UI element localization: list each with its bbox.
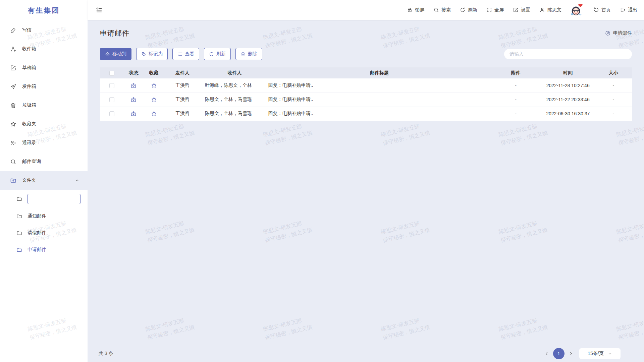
sidebar-item-label: 邮件查询 bbox=[22, 159, 41, 165]
mail-app: 陈思文-研发五部保守秘密，慎之又慎陈思文-研发五部保守秘密，慎之又慎陈思文-研发… bbox=[0, 0, 644, 362]
table-row[interactable]: 王洪哲 陈思文，全林，马雪瑶 回复：电脑补贴申请.. - 2022-11-22 … bbox=[100, 93, 632, 107]
search-label: 搜索 bbox=[441, 7, 451, 13]
table-row[interactable]: 王洪哲 陈思文，全林，马雪瑶 回复：电脑补贴申请.. - 2022-06-30 … bbox=[100, 107, 632, 121]
chevron-down-icon bbox=[608, 352, 612, 356]
home-button[interactable]: 首页 bbox=[593, 7, 611, 13]
search-button[interactable]: 搜索 bbox=[433, 7, 451, 13]
attachment-cell: - bbox=[490, 93, 541, 107]
star-icon[interactable] bbox=[151, 97, 157, 103]
folder-label: 请假邮件 bbox=[28, 230, 46, 236]
sidebar-item-favorites[interactable]: 收藏夹 bbox=[0, 115, 88, 133]
page-size-value: 15条/页 bbox=[588, 351, 603, 357]
refresh-label: 刷新 bbox=[468, 7, 477, 13]
tag-icon bbox=[141, 52, 146, 57]
delete-button[interactable]: 删除 bbox=[235, 48, 262, 60]
next-page-button[interactable] bbox=[569, 351, 573, 356]
page-head: 申请邮件 申请邮件 bbox=[100, 28, 632, 39]
user-icon bbox=[539, 7, 545, 13]
recipients-cell: 叶海峰，陈思文，全林 bbox=[201, 78, 268, 93]
new-folder-row bbox=[0, 190, 88, 208]
folder-item-apply[interactable]: 申请邮件 bbox=[0, 241, 88, 258]
star-icon[interactable] bbox=[151, 82, 157, 88]
button-label: 移动到 bbox=[112, 51, 126, 57]
settings-button[interactable]: 设置 bbox=[513, 7, 530, 13]
sidebar-item-compose[interactable]: 写信 bbox=[0, 21, 88, 40]
avatar[interactable] bbox=[569, 2, 584, 18]
back-home-icon bbox=[593, 7, 599, 13]
subject-cell: 回复：电脑补贴申请.. bbox=[268, 78, 491, 93]
folder-plus-icon bbox=[10, 177, 16, 184]
page-title: 申请邮件 bbox=[100, 28, 129, 38]
current-user[interactable]: 陈思文 bbox=[539, 7, 561, 13]
sidebar-item-inbox[interactable]: 收件箱 bbox=[0, 40, 88, 58]
folder-icon bbox=[16, 196, 22, 202]
button-label: 标记为 bbox=[149, 51, 163, 57]
sidebar-item-contacts[interactable]: 通讯录 bbox=[0, 133, 88, 152]
table-row[interactable]: 王洪哲 叶海峰，陈思文，全林 回复：电脑补贴申请.. - 2022-11-28 … bbox=[100, 78, 632, 93]
move-to-button[interactable]: 移动到 bbox=[100, 48, 131, 60]
logout-icon bbox=[620, 7, 626, 13]
size-cell: - bbox=[595, 78, 632, 93]
sidebar-item-trash[interactable]: 垃圾箱 bbox=[0, 96, 88, 115]
sidebar-item-label: 文件夹 bbox=[22, 177, 69, 183]
folder-icon bbox=[16, 247, 22, 253]
select-all-checkbox[interactable] bbox=[109, 71, 114, 76]
refresh-list-button[interactable]: 刷新 bbox=[204, 48, 231, 60]
table-header-row: 状态 收藏 发件人 收件人 邮件标题 附件 时间 大小 bbox=[100, 67, 632, 78]
col-sender: 发件人 bbox=[164, 67, 201, 78]
mail-read-icon bbox=[130, 111, 137, 117]
new-folder-input[interactable] bbox=[28, 194, 80, 204]
lock-screen-button[interactable]: 锁屏 bbox=[407, 7, 424, 13]
mail-read-icon bbox=[130, 82, 137, 88]
attachment-cell: - bbox=[490, 78, 541, 93]
fullscreen-label: 全屏 bbox=[494, 7, 504, 13]
total-count: 共 3 条 bbox=[99, 351, 113, 357]
button-label: 删除 bbox=[248, 51, 257, 57]
mark-as-button[interactable]: 标记为 bbox=[136, 48, 168, 60]
pagination: 1 bbox=[544, 348, 573, 359]
sidebar-item-label: 垃圾箱 bbox=[22, 102, 36, 108]
chevron-up-icon[interactable] bbox=[75, 178, 79, 183]
lock-icon bbox=[407, 7, 413, 13]
fullscreen-button[interactable]: 全屏 bbox=[486, 7, 504, 13]
prev-page-button[interactable] bbox=[544, 351, 549, 356]
row-checkbox[interactable] bbox=[109, 111, 114, 116]
col-subject: 邮件标题 bbox=[268, 67, 491, 78]
folder-label: 申请邮件 bbox=[28, 247, 46, 253]
folder-children: 通知邮件 请假邮件 申请邮件 bbox=[0, 190, 88, 258]
home-label: 首页 bbox=[601, 7, 611, 13]
search-icon bbox=[433, 7, 439, 13]
refresh-button[interactable]: 刷新 bbox=[460, 7, 477, 13]
star-icon[interactable] bbox=[151, 111, 157, 117]
mail-search-input[interactable] bbox=[504, 49, 632, 59]
toolbar-buttons: 移动到 标记为 查看 刷新 删除 bbox=[100, 48, 262, 60]
size-cell: - bbox=[595, 93, 632, 107]
inbox-icon bbox=[10, 46, 16, 52]
topbar: 锁屏 搜索 刷新 全屏 设置 陈思文 bbox=[88, 0, 644, 20]
col-size: 大小 bbox=[595, 67, 632, 78]
sidebar-nav: 写信 收件箱 草稿箱 发件箱 垃圾箱 收藏夹 bbox=[0, 21, 88, 258]
list-icon bbox=[177, 52, 182, 57]
move-icon bbox=[105, 52, 110, 57]
page-number[interactable]: 1 bbox=[553, 348, 565, 359]
sender-cell: 王洪哲 bbox=[164, 107, 201, 121]
refresh-icon bbox=[209, 52, 214, 57]
row-checkbox[interactable] bbox=[109, 83, 114, 88]
sidebar-item-sent[interactable]: 发件箱 bbox=[0, 77, 88, 96]
folder-item-notice[interactable]: 通知邮件 bbox=[0, 208, 88, 225]
sidebar-item-label: 收藏夹 bbox=[22, 121, 36, 127]
menu-fold-icon[interactable] bbox=[96, 7, 102, 13]
trash-icon bbox=[240, 52, 246, 57]
sidebar-item-folders[interactable]: 文件夹 bbox=[0, 171, 88, 190]
view-button[interactable]: 查看 bbox=[172, 48, 199, 60]
sidebar-item-drafts[interactable]: 草稿箱 bbox=[0, 58, 88, 77]
lock-label: 锁屏 bbox=[415, 7, 424, 13]
time-cell: 2022-11-22 20:33:46 bbox=[541, 93, 595, 107]
folder-label: 通知邮件 bbox=[28, 213, 46, 219]
sidebar-item-mail-search[interactable]: 邮件查询 bbox=[0, 152, 88, 171]
logout-button[interactable]: 退出 bbox=[620, 7, 637, 13]
row-checkbox[interactable] bbox=[109, 97, 114, 102]
trash-icon bbox=[10, 102, 16, 109]
page-size-select[interactable]: 15条/页 bbox=[579, 348, 621, 359]
folder-item-leave[interactable]: 请假邮件 bbox=[0, 225, 88, 241]
